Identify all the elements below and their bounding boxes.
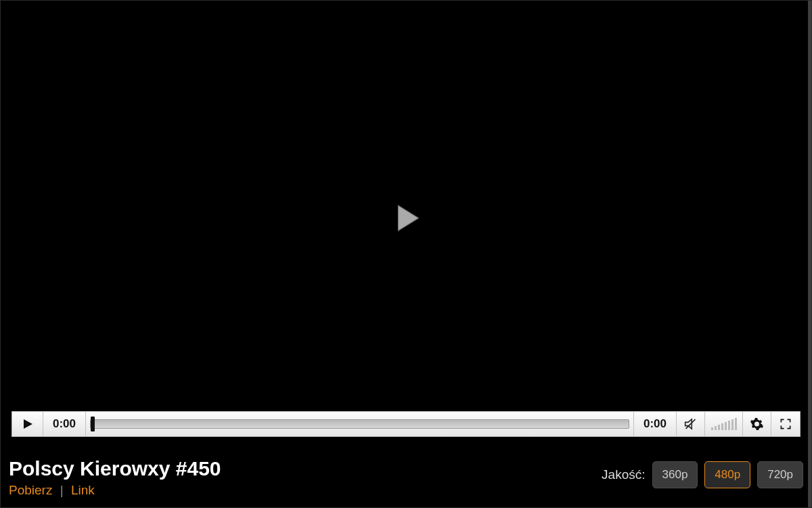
video-links: Pobierz | Link — [9, 483, 221, 498]
gear-icon — [750, 417, 764, 431]
quality-label: Jakość: — [602, 467, 645, 482]
link-separator: | — [60, 483, 64, 497]
duration-time: 0:00 — [634, 412, 677, 436]
current-time: 0:00 — [43, 412, 86, 436]
svg-marker-1 — [24, 419, 32, 429]
progress-handle[interactable] — [91, 417, 95, 431]
download-link[interactable]: Pobierz — [9, 483, 52, 497]
scrollbar-thumb[interactable] — [808, 1, 811, 507]
fullscreen-icon — [779, 417, 792, 431]
video-control-bar: 0:00 0:00 — [12, 411, 800, 437]
progress-track[interactable] — [90, 419, 629, 429]
quality-option-360p[interactable]: 360p — [652, 461, 698, 488]
quality-option-480p[interactable]: 480p — [704, 461, 750, 488]
mute-button[interactable] — [677, 412, 705, 436]
volume-muted-icon — [683, 417, 698, 431]
quality-option-720p[interactable]: 720p — [757, 461, 803, 488]
progress-bar[interactable] — [86, 412, 634, 436]
center-play-button[interactable] — [390, 203, 422, 236]
video-info-bar: Polscy Kierowxy #450 Pobierz | Link Jako… — [9, 457, 803, 498]
settings-button[interactable] — [743, 412, 771, 436]
svg-marker-0 — [399, 206, 419, 231]
share-link[interactable]: Link — [71, 483, 95, 497]
quality-selector: Jakość: 360p 480p 720p — [602, 461, 803, 488]
play-button[interactable] — [12, 412, 43, 436]
volume-slider[interactable] — [705, 412, 743, 436]
title-block: Polscy Kierowxy #450 Pobierz | Link — [9, 457, 221, 498]
video-title: Polscy Kierowxy #450 — [9, 457, 221, 480]
play-icon — [22, 419, 33, 429]
page-scrollbar[interactable] — [808, 1, 811, 507]
video-player-area[interactable] — [6, 6, 806, 433]
fullscreen-button[interactable] — [771, 412, 800, 436]
volume-bars-icon — [711, 418, 737, 430]
play-icon — [390, 203, 422, 234]
